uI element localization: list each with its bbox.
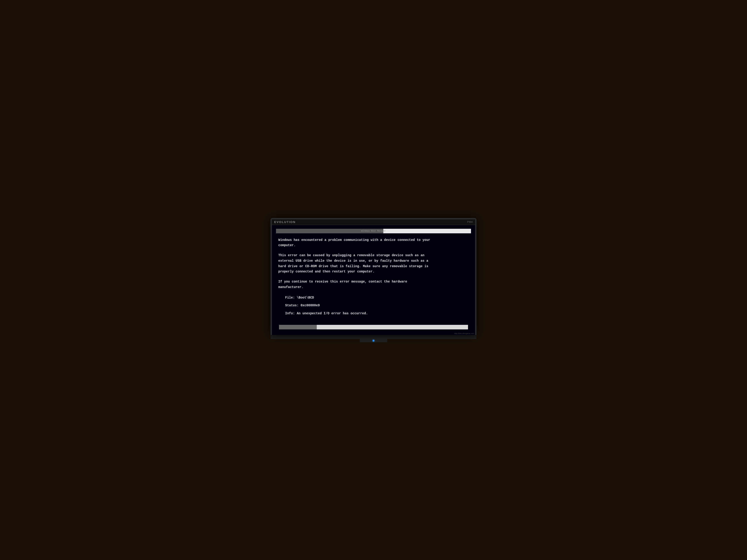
error-paragraph-2: This error can be caused by unplugging a… [278, 253, 469, 274]
monitor-stand-neck [271, 335, 476, 339]
watermark: http://bbs.alimgame.com [454, 332, 474, 335]
monitor-frame: EVOLUTION P8H Windows Boot Manager Windo… [271, 218, 476, 335]
monitor-brand-right: P8H [467, 220, 473, 223]
info-line: Info: An unexpected I/O error has occurr… [278, 311, 469, 317]
error-screen: Windows Boot Manager Windows has encount… [272, 225, 475, 335]
error-paragraph-1: Windows has encountered a problem commun… [278, 237, 469, 248]
monitor-led [372, 340, 375, 342]
monitor-base [360, 339, 387, 342]
progress-bar-top: Windows Boot Manager [276, 229, 471, 233]
monitor-brand-left: EVOLUTION [274, 220, 296, 224]
error-text-area: Windows has encountered a problem commun… [276, 237, 471, 320]
progress-bar-bottom [279, 325, 468, 329]
monitor-stand-base [271, 339, 476, 342]
status-line: Status: 0xc00000e9 [278, 302, 469, 309]
file-line: File: \Boot\BCD [278, 295, 469, 301]
monitor-brand-bar: EVOLUTION P8H [272, 219, 475, 225]
error-paragraph-3: If you continue to receive this error me… [278, 279, 469, 290]
progress-bar-top-label: Windows Boot Manager [361, 230, 386, 232]
